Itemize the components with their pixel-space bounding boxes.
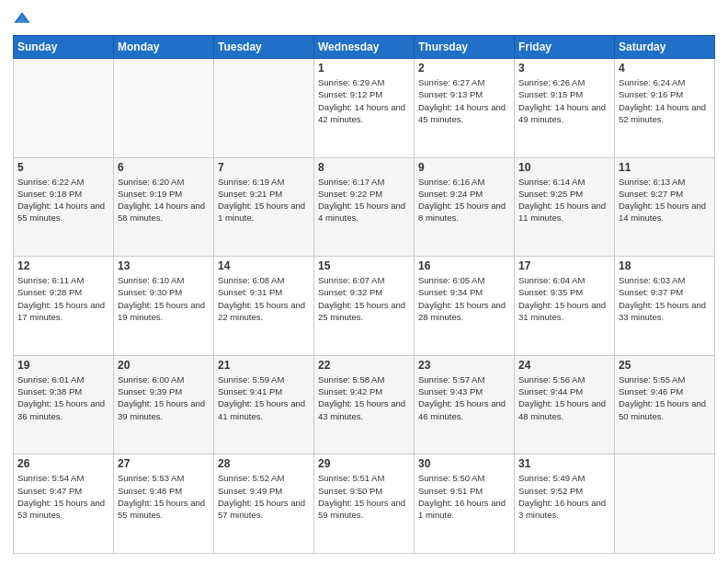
- day-number: 18: [619, 259, 711, 272]
- day-cell: 4Sunrise: 6:24 AMSunset: 9:16 PMDaylight…: [615, 59, 715, 158]
- day-cell: 26Sunrise: 5:54 AMSunset: 9:47 PMDayligh…: [14, 454, 114, 554]
- weekday-header-wednesday: Wednesday: [314, 36, 415, 59]
- day-info: Sunrise: 6:00 AMSunset: 9:39 PMDaylight:…: [118, 373, 210, 422]
- day-info: Sunrise: 6:01 AMSunset: 9:38 PMDaylight:…: [17, 373, 109, 422]
- day-info: Sunrise: 5:54 AMSunset: 9:47 PMDaylight:…: [17, 472, 109, 521]
- weekday-header-saturday: Saturday: [615, 36, 715, 59]
- day-number: 4: [619, 62, 711, 75]
- day-cell: 18Sunrise: 6:03 AMSunset: 9:37 PMDayligh…: [615, 257, 715, 356]
- day-number: 14: [218, 259, 310, 272]
- day-number: 12: [17, 259, 109, 272]
- day-info: Sunrise: 6:29 AMSunset: 9:12 PMDaylight:…: [318, 76, 410, 125]
- day-cell: 6Sunrise: 6:20 AMSunset: 9:19 PMDaylight…: [114, 157, 214, 257]
- day-info: Sunrise: 6:16 AMSunset: 9:24 PMDaylight:…: [418, 176, 510, 224]
- day-number: 1: [318, 62, 410, 75]
- day-number: 28: [218, 457, 310, 470]
- day-number: 2: [418, 62, 510, 75]
- day-number: 10: [518, 161, 610, 174]
- day-info: Sunrise: 5:53 AMSunset: 9:48 PMDaylight:…: [118, 472, 210, 521]
- day-number: 31: [518, 457, 610, 470]
- day-cell: 12Sunrise: 6:11 AMSunset: 9:28 PMDayligh…: [14, 257, 114, 356]
- day-info: Sunrise: 5:56 AMSunset: 9:44 PMDaylight:…: [518, 373, 610, 422]
- day-cell: 10Sunrise: 6:14 AMSunset: 9:25 PMDayligh…: [515, 157, 615, 257]
- calendar-table: SundayMondayTuesdayWednesdayThursdayFrid…: [13, 35, 715, 554]
- day-info: Sunrise: 6:10 AMSunset: 9:30 PMDaylight:…: [118, 274, 210, 323]
- day-cell: 3Sunrise: 6:26 AMSunset: 9:15 PMDaylight…: [515, 59, 615, 158]
- week-row-4: 19Sunrise: 6:01 AMSunset: 9:38 PMDayligh…: [14, 355, 715, 454]
- day-number: 15: [318, 259, 410, 272]
- day-info: Sunrise: 5:55 AMSunset: 9:46 PMDaylight:…: [619, 373, 711, 422]
- day-cell: 2Sunrise: 6:27 AMSunset: 9:13 PMDaylight…: [415, 59, 515, 158]
- header: [13, 9, 715, 28]
- day-cell: 29Sunrise: 5:51 AMSunset: 9:50 PMDayligh…: [314, 454, 415, 554]
- day-cell: 11Sunrise: 6:13 AMSunset: 9:27 PMDayligh…: [615, 157, 715, 257]
- day-info: Sunrise: 5:49 AMSunset: 9:52 PMDaylight:…: [518, 472, 610, 521]
- day-number: 3: [518, 62, 610, 75]
- weekday-header-sunday: Sunday: [14, 36, 114, 59]
- logo: [13, 9, 35, 28]
- day-cell: 13Sunrise: 6:10 AMSunset: 9:30 PMDayligh…: [114, 257, 214, 356]
- day-info: Sunrise: 6:27 AMSunset: 9:13 PMDaylight:…: [418, 76, 510, 125]
- day-cell: 28Sunrise: 5:52 AMSunset: 9:49 PMDayligh…: [214, 454, 314, 554]
- weekday-header-friday: Friday: [515, 36, 615, 59]
- weekday-header-row: SundayMondayTuesdayWednesdayThursdayFrid…: [14, 36, 715, 59]
- day-cell: [114, 59, 214, 158]
- week-row-3: 12Sunrise: 6:11 AMSunset: 9:28 PMDayligh…: [14, 257, 715, 356]
- day-cell: 14Sunrise: 6:08 AMSunset: 9:31 PMDayligh…: [214, 257, 314, 356]
- day-cell: 27Sunrise: 5:53 AMSunset: 9:48 PMDayligh…: [114, 454, 214, 554]
- day-info: Sunrise: 6:26 AMSunset: 9:15 PMDaylight:…: [518, 76, 610, 125]
- day-number: 5: [17, 161, 109, 174]
- day-cell: 16Sunrise: 6:05 AMSunset: 9:34 PMDayligh…: [415, 257, 515, 356]
- page: SundayMondayTuesdayWednesdayThursdayFrid…: [0, 0, 728, 563]
- day-info: Sunrise: 6:04 AMSunset: 9:35 PMDaylight:…: [518, 274, 610, 323]
- day-cell: [615, 454, 715, 554]
- weekday-header-tuesday: Tuesday: [214, 36, 314, 59]
- day-number: 25: [619, 359, 711, 372]
- day-cell: 20Sunrise: 6:00 AMSunset: 9:39 PMDayligh…: [114, 355, 214, 454]
- day-number: 6: [118, 161, 210, 174]
- day-cell: 22Sunrise: 5:58 AMSunset: 9:42 PMDayligh…: [314, 355, 415, 454]
- day-info: Sunrise: 6:20 AMSunset: 9:19 PMDaylight:…: [118, 176, 210, 224]
- day-info: Sunrise: 6:14 AMSunset: 9:25 PMDaylight:…: [518, 176, 610, 224]
- day-number: 26: [17, 457, 109, 470]
- day-info: Sunrise: 5:50 AMSunset: 9:51 PMDaylight:…: [418, 472, 510, 521]
- day-cell: 31Sunrise: 5:49 AMSunset: 9:52 PMDayligh…: [515, 454, 615, 554]
- week-row-1: 1Sunrise: 6:29 AMSunset: 9:12 PMDaylight…: [14, 59, 715, 158]
- day-info: Sunrise: 6:05 AMSunset: 9:34 PMDaylight:…: [418, 274, 510, 323]
- day-cell: 1Sunrise: 6:29 AMSunset: 9:12 PMDaylight…: [314, 59, 415, 158]
- day-cell: 24Sunrise: 5:56 AMSunset: 9:44 PMDayligh…: [515, 355, 615, 454]
- day-info: Sunrise: 6:17 AMSunset: 9:22 PMDaylight:…: [318, 176, 410, 224]
- day-number: 30: [418, 457, 510, 470]
- day-cell: 5Sunrise: 6:22 AMSunset: 9:18 PMDaylight…: [14, 157, 114, 257]
- day-cell: [214, 59, 314, 158]
- day-info: Sunrise: 6:13 AMSunset: 9:27 PMDaylight:…: [619, 176, 711, 224]
- day-number: 16: [418, 259, 510, 272]
- day-info: Sunrise: 5:59 AMSunset: 9:41 PMDaylight:…: [218, 373, 310, 422]
- weekday-header-monday: Monday: [114, 36, 214, 59]
- day-cell: 25Sunrise: 5:55 AMSunset: 9:46 PMDayligh…: [615, 355, 715, 454]
- weekday-header-thursday: Thursday: [415, 36, 515, 59]
- week-row-5: 26Sunrise: 5:54 AMSunset: 9:47 PMDayligh…: [14, 454, 715, 554]
- day-number: 11: [619, 161, 711, 174]
- day-info: Sunrise: 5:57 AMSunset: 9:43 PMDaylight:…: [418, 373, 510, 422]
- day-info: Sunrise: 6:22 AMSunset: 9:18 PMDaylight:…: [17, 176, 109, 224]
- day-info: Sunrise: 6:24 AMSunset: 9:16 PMDaylight:…: [619, 76, 711, 125]
- day-info: Sunrise: 5:52 AMSunset: 9:49 PMDaylight:…: [218, 472, 310, 521]
- day-number: 17: [518, 259, 610, 272]
- day-info: Sunrise: 6:03 AMSunset: 9:37 PMDaylight:…: [619, 274, 711, 323]
- day-number: 29: [318, 457, 410, 470]
- day-info: Sunrise: 6:11 AMSunset: 9:28 PMDaylight:…: [17, 274, 109, 323]
- day-cell: 9Sunrise: 6:16 AMSunset: 9:24 PMDaylight…: [415, 157, 515, 257]
- day-number: 22: [318, 359, 410, 372]
- day-number: 7: [218, 161, 310, 174]
- day-cell: [14, 59, 114, 158]
- day-cell: 19Sunrise: 6:01 AMSunset: 9:38 PMDayligh…: [14, 355, 114, 454]
- day-info: Sunrise: 6:08 AMSunset: 9:31 PMDaylight:…: [218, 274, 310, 323]
- day-number: 27: [118, 457, 210, 470]
- day-cell: 17Sunrise: 6:04 AMSunset: 9:35 PMDayligh…: [515, 257, 615, 356]
- day-cell: 7Sunrise: 6:19 AMSunset: 9:21 PMDaylight…: [214, 157, 314, 257]
- day-cell: 21Sunrise: 5:59 AMSunset: 9:41 PMDayligh…: [214, 355, 314, 454]
- day-number: 24: [518, 359, 610, 372]
- day-info: Sunrise: 5:58 AMSunset: 9:42 PMDaylight:…: [318, 373, 410, 422]
- day-number: 20: [118, 359, 210, 372]
